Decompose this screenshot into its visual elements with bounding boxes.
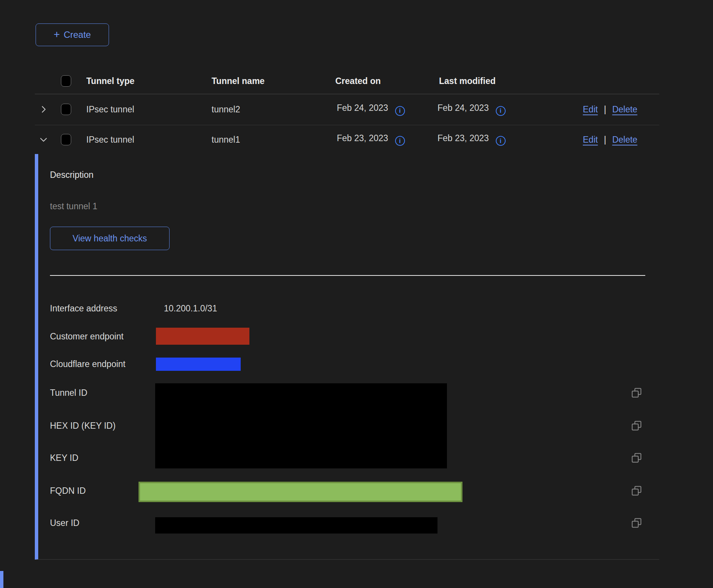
customer-endpoint-redacted-value xyxy=(156,328,249,345)
header-created-on: Created on xyxy=(335,76,381,86)
row-actions: Edit|Delete xyxy=(583,134,637,145)
delete-link[interactable]: Delete xyxy=(612,104,637,114)
create-button[interactable]: + Create xyxy=(36,23,109,46)
actions-separator: | xyxy=(604,134,606,144)
table-row: IPsec tunnel tunnel1 Feb 23, 2023i Feb 2… xyxy=(35,125,659,154)
fqdn-id-redacted-value xyxy=(139,482,462,502)
row-checkbox[interactable] xyxy=(61,104,71,115)
tunnel-name-cell: tunnel2 xyxy=(212,104,240,115)
key-id-label: KEY ID xyxy=(50,453,78,463)
header-last-modified: Last modified xyxy=(439,76,496,86)
tunnel-type-cell: IPsec tunnel xyxy=(86,104,134,115)
copy-icon[interactable] xyxy=(632,486,641,496)
interface-address-label: Interface address xyxy=(50,303,117,314)
table-row: IPsec tunnel tunnel2 Feb 24, 2023i Feb 2… xyxy=(35,94,659,125)
chevron-down-icon[interactable] xyxy=(39,135,48,145)
info-icon[interactable]: i xyxy=(395,136,405,146)
copy-icon[interactable] xyxy=(632,421,641,431)
create-button-label: Create xyxy=(64,30,91,40)
created-on-cell: Feb 23, 2023i xyxy=(337,133,405,146)
row-actions: Edit|Delete xyxy=(583,104,637,115)
description-value: test tunnel 1 xyxy=(50,201,97,212)
created-on-date: Feb 24, 2023 xyxy=(337,103,388,113)
header-tunnel-type: Tunnel type xyxy=(86,76,134,86)
copy-icon[interactable] xyxy=(632,388,641,398)
created-on-cell: Feb 24, 2023i xyxy=(337,103,405,116)
ipsec-tunnels-page: + Create Tunnel type Tunnel name Created… xyxy=(0,0,713,588)
info-icon[interactable]: i xyxy=(496,136,506,146)
tunnel-table-header: Tunnel type Tunnel name Created on Last … xyxy=(35,68,659,94)
plus-icon: + xyxy=(54,29,60,40)
user-id-label: User ID xyxy=(50,518,79,528)
cloudflare-endpoint-redacted-value xyxy=(156,358,241,371)
fqdn-id-label: FQDN ID xyxy=(50,486,86,496)
partial-expand-indicator xyxy=(0,571,3,588)
expanded-tunnel-panel: Description test tunnel 1 View health ch… xyxy=(35,154,659,560)
interface-address-value: 10.200.1.0/31 xyxy=(164,303,217,314)
edit-link[interactable]: Edit xyxy=(583,134,598,144)
view-health-checks-button[interactable]: View health checks xyxy=(50,227,170,250)
row-checkbox[interactable] xyxy=(61,134,71,145)
last-modified-date: Feb 23, 2023 xyxy=(437,133,489,143)
copy-icon[interactable] xyxy=(632,518,641,528)
info-icon[interactable]: i xyxy=(395,106,405,116)
customer-endpoint-label: Customer endpoint xyxy=(50,331,123,342)
section-divider xyxy=(50,275,645,276)
tunnel-id-label: Tunnel ID xyxy=(50,388,87,398)
edit-link[interactable]: Edit xyxy=(583,104,598,114)
info-icon[interactable]: i xyxy=(496,106,506,116)
copy-icon[interactable] xyxy=(632,453,641,463)
ids-redacted-value xyxy=(155,383,447,468)
last-modified-cell: Feb 24, 2023i xyxy=(437,103,506,116)
last-modified-date: Feb 24, 2023 xyxy=(437,103,489,113)
tunnel-name-cell: tunnel1 xyxy=(212,134,240,145)
description-label: Description xyxy=(50,170,93,180)
cloudflare-endpoint-label: Cloudflare endpoint xyxy=(50,359,125,369)
chevron-right-icon[interactable] xyxy=(39,104,48,114)
created-on-date: Feb 23, 2023 xyxy=(337,133,388,143)
hex-id-label: HEX ID (KEY ID) xyxy=(50,421,115,431)
user-id-redacted-value xyxy=(155,517,437,534)
tunnel-type-cell: IPsec tunnel xyxy=(86,134,134,145)
last-modified-cell: Feb 23, 2023i xyxy=(437,133,506,146)
header-tunnel-name: Tunnel name xyxy=(212,76,265,86)
delete-link[interactable]: Delete xyxy=(612,134,637,144)
select-all-checkbox[interactable] xyxy=(61,75,71,87)
actions-separator: | xyxy=(604,104,606,114)
